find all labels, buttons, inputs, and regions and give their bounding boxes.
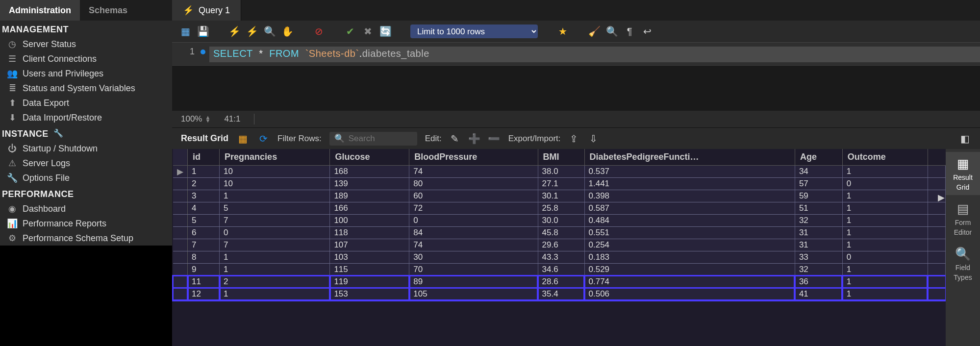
table-row[interactable]: 57100030.00.484321 bbox=[173, 215, 946, 227]
cell[interactable]: 107 bbox=[330, 239, 409, 251]
table-row[interactable]: 1101687438.00.537341 bbox=[173, 166, 946, 178]
cell[interactable]: 1 bbox=[220, 251, 330, 264]
cell[interactable]: 2 bbox=[188, 178, 220, 190]
cell[interactable]: 1 bbox=[220, 288, 330, 300]
cell[interactable]: 1.441 bbox=[584, 178, 795, 190]
cell[interactable]: 9 bbox=[188, 264, 220, 276]
cell[interactable]: 118 bbox=[330, 227, 409, 239]
cell[interactable]: 10 bbox=[220, 178, 330, 190]
cell[interactable]: 27.1 bbox=[538, 178, 584, 190]
cell[interactable]: 1 bbox=[220, 264, 330, 276]
tab-administration[interactable]: Administration bbox=[0, 0, 80, 21]
sidebar-item[interactable]: ⚠Server Logs bbox=[0, 156, 172, 171]
sidebar-item[interactable]: 👥Users and Privileges bbox=[0, 66, 172, 81]
cell[interactable]: 57 bbox=[795, 178, 842, 190]
cell[interactable]: 0.587 bbox=[584, 202, 795, 215]
vpalette-item[interactable]: ▦ResultGrid bbox=[946, 152, 980, 195]
beautify-icon[interactable]: 🧹 bbox=[588, 25, 601, 38]
sidebar-item[interactable]: ◉Dashboard bbox=[0, 201, 172, 216]
sidebar-item[interactable]: ⏻Startup / Shutdown bbox=[0, 141, 172, 156]
expand-handle-icon[interactable]: ▶ bbox=[938, 192, 945, 203]
sql-code[interactable]: SELECT * FROM `Sheets-db`.diabetes_table bbox=[209, 47, 980, 62]
cell[interactable]: 0.537 bbox=[584, 166, 795, 178]
cell[interactable]: 0 bbox=[842, 251, 928, 264]
zoom-level[interactable]: 100% ▲▼ bbox=[181, 114, 210, 124]
row-indicator[interactable] bbox=[173, 215, 188, 227]
sidebar-item[interactable]: ⬆Data Export bbox=[0, 96, 172, 110]
cell[interactable]: 1 bbox=[842, 227, 928, 239]
row-indicator[interactable] bbox=[173, 251, 188, 264]
table-row[interactable]: 811033043.30.183330 bbox=[173, 251, 946, 264]
column-header[interactable]: Outcome bbox=[842, 149, 928, 166]
cell[interactable]: 31 bbox=[795, 239, 842, 251]
sidebar-item[interactable]: ≣Status and System Variables bbox=[0, 81, 172, 96]
cell[interactable]: 103 bbox=[330, 251, 409, 264]
sidebar-item[interactable]: ⚙Performance Schema Setup bbox=[0, 231, 172, 246]
cell[interactable]: 7 bbox=[220, 239, 330, 251]
cell[interactable]: 28.6 bbox=[538, 276, 584, 288]
cell[interactable]: 8 bbox=[188, 251, 220, 264]
cell[interactable]: 35.4 bbox=[538, 288, 584, 300]
cell[interactable]: 1 bbox=[842, 166, 928, 178]
cell[interactable]: 72 bbox=[409, 202, 538, 215]
row-indicator[interactable] bbox=[173, 288, 188, 300]
cell[interactable]: 4 bbox=[188, 202, 220, 215]
unknown-red-icon[interactable]: ⊘ bbox=[312, 25, 325, 38]
cell[interactable]: 31 bbox=[795, 227, 842, 239]
edit-row-icon[interactable]: ✎ bbox=[449, 132, 461, 145]
wrap-icon[interactable]: ↩ bbox=[641, 25, 653, 38]
cell[interactable]: 1 bbox=[220, 190, 330, 202]
row-indicator[interactable] bbox=[173, 276, 188, 288]
column-header[interactable]: Glucose bbox=[330, 149, 409, 166]
export-icon[interactable]: ⇪ bbox=[568, 132, 580, 145]
tab-schemas[interactable]: Schemas bbox=[80, 0, 136, 21]
column-header[interactable]: id bbox=[188, 149, 220, 166]
table-row[interactable]: 601188445.80.551311 bbox=[173, 227, 946, 239]
cell[interactable]: 30 bbox=[409, 251, 538, 264]
cell[interactable]: 74 bbox=[409, 239, 538, 251]
cell[interactable]: 139 bbox=[330, 178, 409, 190]
cell[interactable]: 1 bbox=[842, 215, 928, 227]
table-row[interactable]: 311896030.10.398591 bbox=[173, 190, 946, 202]
cell[interactable]: 10 bbox=[220, 166, 330, 178]
cell[interactable]: 166 bbox=[330, 202, 409, 215]
table-row[interactable]: 12115310535.40.506411 bbox=[173, 288, 946, 300]
row-indicator[interactable] bbox=[173, 227, 188, 239]
cell[interactable]: 3 bbox=[188, 190, 220, 202]
cell[interactable]: 0 bbox=[409, 215, 538, 227]
query-tab-1[interactable]: ⚡ Query 1 bbox=[172, 0, 241, 21]
cell[interactable]: 41 bbox=[795, 288, 842, 300]
vpalette-item[interactable]: 🔍FieldTypes bbox=[946, 242, 980, 285]
cell[interactable]: 84 bbox=[409, 227, 538, 239]
cell[interactable]: 30.0 bbox=[538, 215, 584, 227]
cell[interactable]: 1 bbox=[842, 288, 928, 300]
explain-icon[interactable]: 🔍 bbox=[263, 25, 276, 38]
cell[interactable]: 0.484 bbox=[584, 215, 795, 227]
cell[interactable]: 59 bbox=[795, 190, 842, 202]
grid-view-icon[interactable]: ▦ bbox=[236, 132, 249, 145]
cell[interactable]: 32 bbox=[795, 264, 842, 276]
table-row[interactable]: 1121198928.60.774361 bbox=[173, 276, 946, 288]
cell[interactable]: 119 bbox=[330, 276, 409, 288]
sql-editor[interactable]: 1 SELECT * FROM `Sheets-db`.diabetes_tab… bbox=[172, 42, 980, 67]
cell[interactable]: 29.6 bbox=[538, 239, 584, 251]
rollback-icon[interactable]: ✖ bbox=[361, 25, 374, 38]
invisible-chars-icon[interactable]: ¶ bbox=[623, 25, 636, 38]
cell[interactable]: 43.3 bbox=[538, 251, 584, 264]
cell[interactable]: 30.1 bbox=[538, 190, 584, 202]
row-indicator[interactable] bbox=[173, 239, 188, 251]
save-file-icon[interactable]: 💾 bbox=[197, 25, 209, 38]
column-header[interactable]: BMI bbox=[538, 149, 584, 166]
cell[interactable]: 0.183 bbox=[584, 251, 795, 264]
cell[interactable]: 25.8 bbox=[538, 202, 584, 215]
result-grid[interactable]: idPregnanciesGlucoseBloodPressureBMIDiab… bbox=[172, 149, 946, 346]
cell[interactable]: 105 bbox=[409, 288, 538, 300]
table-row[interactable]: 771077429.60.254311 bbox=[173, 239, 946, 251]
row-indicator[interactable] bbox=[173, 166, 188, 178]
row-limit-select[interactable]: Limit to 1000 rows bbox=[410, 25, 538, 38]
autocommit-icon[interactable]: 🔄 bbox=[379, 25, 392, 38]
sidebar-item[interactable]: ⬇Data Import/Restore bbox=[0, 110, 172, 125]
refresh-icon[interactable]: ⟳ bbox=[257, 132, 270, 145]
cell[interactable]: 60 bbox=[409, 190, 538, 202]
cell[interactable]: 100 bbox=[330, 215, 409, 227]
